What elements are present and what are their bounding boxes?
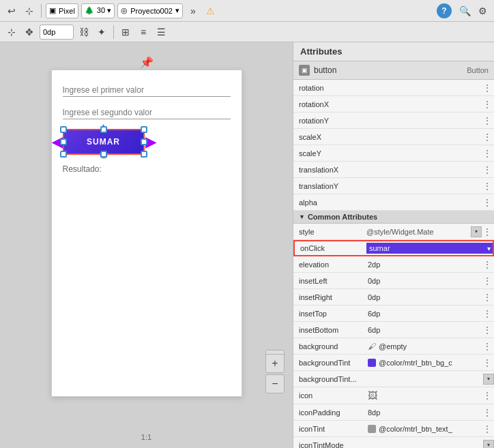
attr-label-scaleX: scaleX — [293, 132, 365, 143]
first-value-input[interactable] — [63, 84, 231, 97]
undo-icon[interactable]: ↩ — [4, 3, 19, 18]
attr-value-backgroundTintMode[interactable]: ▾ — [365, 374, 494, 385]
attr-row-alpha: alpha ⋮ — [293, 194, 494, 211]
align-left-tool[interactable]: ≡ — [136, 25, 151, 40]
attr-value-scaleY[interactable] — [365, 148, 482, 159]
button-widget-container[interactable]: ◀ ▲ SUMAR ▶ — [63, 129, 145, 155]
attr-row-style: style @style/Widget.Mate ▾ ⋮ — [293, 224, 494, 240]
zoom-in-button[interactable]: + — [265, 354, 285, 373]
backgroundTint-more-btn[interactable]: ⋮ — [482, 357, 493, 368]
insetLeft-more-btn[interactable]: ⋮ — [482, 275, 493, 286]
magic-wand-tool[interactable]: ✦ — [94, 25, 109, 40]
attr-row-translationX: translationX ⋮ — [293, 162, 494, 178]
attr-row-iconTint: iconTint @color/mtrl_btn_text_ ⋮ — [293, 421, 494, 437]
scaleX-input[interactable] — [368, 133, 479, 141]
panel-title: Attributes — [293, 42, 494, 61]
attr-value-insetBottom: 6dp — [365, 325, 482, 335]
icon-more-btn[interactable]: ⋮ — [482, 390, 493, 401]
attr-value-elevation: 2dp — [365, 259, 482, 270]
attr-value-rotationX[interactable] — [365, 99, 482, 110]
attr-row-background: background 🖌 @empty ⋮ — [293, 338, 494, 355]
insetTop-more-btn[interactable]: ⋮ — [482, 308, 493, 319]
attr-label-alpha: alpha — [293, 197, 365, 208]
iconTint-more-btn[interactable]: ⋮ — [482, 423, 493, 434]
insetTop-value: 6dp — [368, 310, 380, 318]
zoom-dropdown[interactable]: 🌲 30 ▾ — [81, 3, 115, 18]
select-tool[interactable]: ⊹ — [4, 25, 19, 40]
attr-row-backgroundTint: backgroundTint @color/mtrl_btn_bg_c ⋮ — [293, 355, 494, 371]
warning-icon: ⚠ — [203, 3, 218, 18]
scaleY-more-btn[interactable]: ⋮ — [482, 148, 493, 159]
attr-value-translationY[interactable] — [365, 181, 482, 192]
attr-row-scaleY: scaleY ⋮ — [293, 145, 494, 162]
attr-value-rotation[interactable] — [365, 83, 482, 93]
background-more-btn[interactable]: ⋮ — [482, 341, 493, 352]
translationY-more-btn[interactable]: ⋮ — [482, 181, 493, 192]
rotation-more-btn[interactable]: ⋮ — [482, 83, 493, 93]
translationY-input[interactable] — [368, 182, 479, 190]
attr-row-onClick: onClick ▾ — [293, 240, 494, 256]
translationX-input[interactable] — [368, 166, 479, 174]
attr-value-rotationY[interactable] — [365, 115, 482, 126]
translationX-more-btn[interactable]: ⋮ — [482, 164, 493, 175]
cursor-icon[interactable]: ⊹ — [22, 3, 37, 18]
attr-label-insetTop: insetTop — [293, 308, 365, 319]
project-dropdown[interactable]: ◎ Proyecto002 ▾ — [117, 3, 183, 18]
scaleX-more-btn[interactable]: ⋮ — [482, 132, 493, 143]
circle-decoration — [100, 151, 108, 159]
help-button[interactable]: ? — [437, 3, 452, 18]
onclick-dropdown-btn[interactable]: ▾ — [485, 245, 493, 252]
grid-tool[interactable]: ⊞ — [118, 25, 133, 40]
attr-row-iconPadding: iconPadding 8dp ⋮ — [293, 404, 494, 421]
rotation-input[interactable] — [368, 84, 479, 92]
attr-value-translationX[interactable] — [365, 164, 482, 175]
second-value-input[interactable] — [63, 106, 231, 119]
style-dropdown-btn[interactable]: ▾ — [471, 226, 482, 237]
section-arrow-icon: ▼ — [299, 213, 305, 220]
settings-icon[interactable]: ⚙ — [475, 3, 490, 18]
more-icon[interactable]: » — [186, 3, 201, 18]
rotationX-more-btn[interactable]: ⋮ — [482, 99, 493, 110]
scaleY-input[interactable] — [368, 149, 479, 158]
iconPadding-more-btn[interactable]: ⋮ — [482, 407, 493, 418]
attr-row-scaleX: scaleX ⋮ — [293, 129, 494, 145]
alpha-more-btn[interactable]: ⋮ — [482, 197, 493, 208]
backgroundTintMode-dropdown-btn[interactable]: ▾ — [483, 374, 494, 385]
search-icon[interactable]: 🔍 — [457, 3, 472, 18]
iconTintMode-dropdown-btn[interactable]: ▾ — [483, 440, 494, 449]
path-tool[interactable]: ⛓ — [76, 25, 91, 40]
insetBottom-more-btn[interactable]: ⋮ — [482, 325, 493, 335]
alpha-input[interactable] — [368, 198, 479, 207]
attr-value-iconTint: @color/mtrl_btn_text_ — [365, 423, 482, 434]
attr-label-icon: icon — [293, 390, 365, 401]
widget-header: ▣ button Button — [293, 61, 494, 80]
attr-label-iconPadding: iconPadding — [293, 407, 365, 418]
canvas-area[interactable]: 📌 ◀ ▲ SUMAR ▶ — [0, 42, 293, 448]
zoom-out-button[interactable]: − — [265, 374, 285, 393]
move-tool[interactable]: ✥ — [22, 25, 37, 40]
attr-value-alpha[interactable] — [365, 197, 482, 208]
sumar-button-widget[interactable]: SUMAR — [64, 130, 143, 153]
attr-value-iconTintMode[interactable]: ▾ — [365, 440, 494, 449]
common-attributes-section[interactable]: ▼ Common Attributes — [293, 211, 494, 224]
rotationX-input[interactable] — [368, 100, 479, 108]
attr-value-style[interactable]: @style/Widget.Mate ▾ — [365, 226, 482, 237]
offset-field[interactable]: 0dp — [40, 25, 74, 40]
pixel-dropdown[interactable]: ▣ Pixel — [46, 3, 78, 18]
rotationY-more-btn[interactable]: ⋮ — [482, 115, 493, 126]
insetRight-more-btn[interactable]: ⋮ — [482, 292, 493, 303]
attr-label-backgroundTint: backgroundTint — [293, 357, 365, 368]
paint-brush-icon: 🖌 — [368, 342, 376, 351]
onclick-input[interactable] — [366, 243, 485, 254]
widget-icon: ▣ — [299, 65, 310, 76]
align-center-tool[interactable]: ☰ — [154, 25, 169, 40]
elevation-more-btn[interactable]: ⋮ — [482, 259, 493, 270]
rotationY-input[interactable] — [368, 117, 479, 125]
style-more-btn[interactable]: ⋮ — [482, 226, 493, 237]
iconTint-value: @color/mtrl_btn_text_ — [379, 425, 452, 433]
iconTint-color-swatch — [368, 425, 376, 433]
attr-value-scaleX[interactable] — [365, 132, 482, 143]
attr-label-insetRight: insetRight — [293, 292, 365, 303]
attr-label-insetBottom: insetBottom — [293, 325, 365, 335]
attr-row-iconTintMode: iconTintMode ▾ — [293, 437, 494, 448]
